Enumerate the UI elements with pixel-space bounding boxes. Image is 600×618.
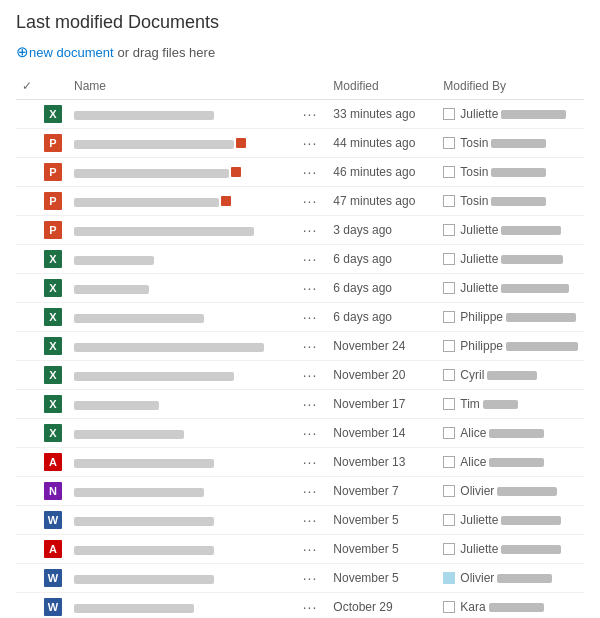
table-row: P···46 minutes agoTosin	[16, 158, 584, 187]
mod-by-checkbox[interactable]	[443, 311, 455, 323]
row-file-name[interactable]	[68, 390, 293, 419]
row-dots-menu[interactable]: ···	[293, 158, 328, 187]
row-file-name[interactable]	[68, 477, 293, 506]
row-check[interactable]	[16, 245, 38, 274]
row-dots-menu[interactable]: ···	[293, 303, 328, 332]
mod-by-checkbox[interactable]	[443, 456, 455, 468]
row-check[interactable]	[16, 100, 38, 129]
row-dots-menu[interactable]: ···	[293, 245, 328, 274]
mod-by-name-text: Juliette	[460, 252, 563, 266]
row-dots-menu[interactable]: ···	[293, 216, 328, 245]
table-row: N···November 7Olivier	[16, 477, 584, 506]
row-check[interactable]	[16, 129, 38, 158]
row-dots-menu[interactable]: ···	[293, 129, 328, 158]
mod-by-checkbox[interactable]	[443, 108, 455, 120]
mod-by-checkbox[interactable]	[443, 427, 455, 439]
row-file-name[interactable]	[68, 245, 293, 274]
row-file-name[interactable]	[68, 593, 293, 619]
mod-by-checkbox[interactable]	[443, 543, 455, 555]
table-row: X···November 14Alice	[16, 419, 584, 448]
row-check[interactable]	[16, 158, 38, 187]
new-document-button[interactable]: new document	[29, 45, 114, 60]
table-row: A···November 5Juliette	[16, 535, 584, 564]
mod-by-checkbox[interactable]	[443, 485, 455, 497]
row-check[interactable]	[16, 419, 38, 448]
row-file-name[interactable]	[68, 419, 293, 448]
row-file-name[interactable]	[68, 448, 293, 477]
mod-by-checkbox[interactable]	[443, 224, 455, 236]
mod-by-name-text: Juliette	[460, 223, 561, 237]
row-modified-time: 47 minutes ago	[327, 187, 437, 216]
row-dots-menu[interactable]: ···	[293, 274, 328, 303]
row-modified-by: Kara	[437, 593, 584, 619]
row-dots-menu[interactable]: ···	[293, 332, 328, 361]
col-header-check: ✓	[16, 75, 38, 100]
mod-by-checkbox[interactable]	[443, 195, 455, 207]
mod-by-name-text: Kara	[460, 600, 543, 614]
mod-by-checkbox[interactable]	[443, 369, 455, 381]
mod-by-checkbox[interactable]	[443, 398, 455, 410]
row-check[interactable]	[16, 593, 38, 619]
row-file-name[interactable]	[68, 216, 293, 245]
row-file-name[interactable]	[68, 564, 293, 593]
mod-by-checkbox[interactable]	[443, 253, 455, 265]
page-title: Last modified Documents	[16, 12, 584, 33]
row-file-icon: P	[38, 216, 68, 245]
row-check[interactable]	[16, 361, 38, 390]
mod-by-checkbox[interactable]	[443, 166, 455, 178]
row-dots-menu[interactable]: ···	[293, 535, 328, 564]
mod-by-checkbox[interactable]	[443, 137, 455, 149]
row-check[interactable]	[16, 274, 38, 303]
row-modified-by: Juliette	[437, 100, 584, 129]
row-check[interactable]	[16, 535, 38, 564]
row-modified-time: 6 days ago	[327, 274, 437, 303]
mod-by-checkbox[interactable]	[443, 282, 455, 294]
row-file-name[interactable]	[68, 187, 293, 216]
row-dots-menu[interactable]: ···	[293, 593, 328, 619]
row-dots-menu[interactable]: ···	[293, 419, 328, 448]
row-dots-menu[interactable]: ···	[293, 448, 328, 477]
mod-by-checkbox[interactable]	[443, 340, 455, 352]
mod-by-checkbox[interactable]	[443, 514, 455, 526]
table-row: X···November 17Tim	[16, 390, 584, 419]
row-modified-by: Tosin	[437, 158, 584, 187]
row-file-name[interactable]	[68, 274, 293, 303]
row-file-name[interactable]	[68, 100, 293, 129]
row-check[interactable]	[16, 390, 38, 419]
row-modified-time: November 5	[327, 535, 437, 564]
row-modified-by: Tosin	[437, 129, 584, 158]
table-row: P···44 minutes agoTosin	[16, 129, 584, 158]
mod-by-name-text: Tosin	[460, 136, 546, 150]
row-check[interactable]	[16, 303, 38, 332]
row-check[interactable]	[16, 216, 38, 245]
row-check[interactable]	[16, 448, 38, 477]
row-check[interactable]	[16, 564, 38, 593]
row-dots-menu[interactable]: ···	[293, 477, 328, 506]
row-modified-time: November 20	[327, 361, 437, 390]
row-dots-menu[interactable]: ···	[293, 187, 328, 216]
row-check[interactable]	[16, 477, 38, 506]
row-check[interactable]	[16, 332, 38, 361]
row-check[interactable]	[16, 506, 38, 535]
mod-by-name-text: Alice	[460, 455, 544, 469]
row-dots-menu[interactable]: ···	[293, 506, 328, 535]
row-check[interactable]	[16, 187, 38, 216]
mod-by-checkbox[interactable]	[443, 601, 455, 613]
mod-by-name-text: Cyril	[460, 368, 537, 382]
table-row: X···6 days agoJuliette	[16, 245, 584, 274]
table-row: X···6 days agoJuliette	[16, 274, 584, 303]
row-file-name[interactable]	[68, 303, 293, 332]
row-file-name[interactable]	[68, 361, 293, 390]
row-file-name[interactable]	[68, 332, 293, 361]
row-dots-menu[interactable]: ···	[293, 100, 328, 129]
row-dots-menu[interactable]: ···	[293, 390, 328, 419]
row-file-name[interactable]	[68, 158, 293, 187]
mod-by-name-text: Alice	[460, 426, 544, 440]
row-file-name[interactable]	[68, 535, 293, 564]
row-file-name[interactable]	[68, 506, 293, 535]
row-file-name[interactable]	[68, 129, 293, 158]
row-file-icon: P	[38, 187, 68, 216]
mod-by-checkbox[interactable]	[443, 572, 455, 584]
row-dots-menu[interactable]: ···	[293, 564, 328, 593]
row-dots-menu[interactable]: ···	[293, 361, 328, 390]
